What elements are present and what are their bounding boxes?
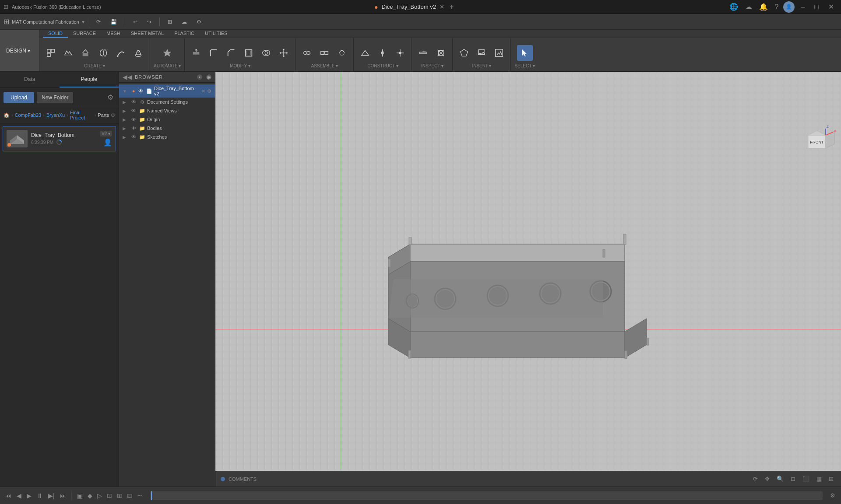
new-component-tool[interactable] <box>43 45 59 61</box>
zoom-btn[interactable]: 🔍 <box>774 474 786 483</box>
breadcrumb-home[interactable]: 🏠 <box>4 112 10 118</box>
insert-mesh-tool[interactable] <box>456 45 472 61</box>
tree-visibility-root[interactable]: 👁 <box>138 88 144 94</box>
tree-visibility-origin[interactable]: 👁 <box>131 117 137 122</box>
tab-mesh[interactable]: MESH <box>101 30 126 38</box>
tree-close-root[interactable]: ✕ <box>201 88 205 94</box>
tl-frame-btn[interactable]: ▣ <box>75 490 84 501</box>
tool-settings-btn[interactable]: ⚙ <box>193 17 205 27</box>
extrude-tool[interactable] <box>78 45 94 61</box>
axis-tool[interactable] <box>375 45 391 61</box>
user-avatar[interactable]: 👤 <box>783 1 795 13</box>
notification-icon[interactable]: 🔔 <box>757 2 770 12</box>
tree-item-bodies[interactable]: ▶ 👁 📁 Bodies <box>119 124 215 133</box>
decal-tool[interactable] <box>474 45 489 61</box>
refresh-btn[interactable]: ⟳ <box>93 17 104 27</box>
view-cube-btn[interactable]: ⬛ <box>800 474 812 483</box>
timeline-settings-btn[interactable]: ⚙ <box>828 491 837 500</box>
fillet-tool[interactable] <box>206 45 222 61</box>
viewport-gizmo[interactable]: FRONT Z X <box>802 124 837 159</box>
tl-param-btn[interactable]: ⊡ <box>105 490 114 501</box>
undo-btn[interactable]: ↩ <box>130 17 141 27</box>
save-btn[interactable]: 💾 <box>107 17 120 27</box>
canvas-tool[interactable] <box>491 45 507 61</box>
browser-collapse-btn[interactable]: ◀◀ <box>123 74 132 80</box>
select-tool[interactable] <box>517 45 533 61</box>
tl-collapse-btn[interactable]: ⊞ <box>115 490 124 501</box>
new-folder-button[interactable]: New Folder <box>37 92 73 103</box>
maximize-btn[interactable]: □ <box>811 2 822 12</box>
browser-options-btn[interactable]: • <box>197 74 202 80</box>
help-icon[interactable]: ? <box>773 2 781 12</box>
brand-chevron[interactable]: ▾ <box>82 19 84 25</box>
pan-btn[interactable]: ✥ <box>763 474 772 483</box>
sketch-tool[interactable] <box>60 45 76 61</box>
move-copy-tool[interactable] <box>276 45 292 61</box>
cross-section-tool[interactable] <box>433 45 449 61</box>
tree-settings-root[interactable]: ⚙ <box>207 88 211 94</box>
revolve-tool[interactable] <box>95 45 111 61</box>
automate-tool[interactable] <box>159 45 175 61</box>
tab-utilities[interactable]: UTILITIES <box>200 30 232 38</box>
tree-item-root[interactable]: ▼ ● 👁 📄 Dice_Tray_Bottom v2 ✕ ⚙ <box>119 84 215 98</box>
motion-link-tool[interactable] <box>334 45 350 61</box>
breadcrumb-settings-icon[interactable]: ⚙ <box>111 112 115 118</box>
tree-visibility-bodies[interactable]: 👁 <box>131 126 137 131</box>
point-tool[interactable] <box>392 45 408 61</box>
timeline-pause-btn[interactable]: ⏸ <box>35 490 45 501</box>
breadcrumb-bryanxu[interactable]: BryanXu <box>46 112 65 118</box>
timeline-end-btn[interactable]: ⏭ <box>58 490 68 501</box>
rigid-group-tool[interactable] <box>317 45 332 61</box>
tree-item-named-views[interactable]: ▶ 👁 📁 Named Views <box>119 106 215 115</box>
tab-solid[interactable]: SOLID <box>43 30 68 38</box>
plane-tool[interactable] <box>357 45 373 61</box>
tl-curve-btn[interactable]: 〰 <box>135 490 145 501</box>
sidebar-tab-data[interactable]: Data <box>0 72 60 88</box>
measure-tool[interactable] <box>415 45 431 61</box>
tl-expand-btn[interactable]: ⊟ <box>125 490 134 501</box>
timeline-next-btn[interactable]: ▶| <box>46 490 56 501</box>
sidebar-tab-people[interactable]: People <box>60 72 119 88</box>
combine-tool[interactable] <box>258 45 274 61</box>
viewport[interactable]: FRONT Z X COMMENTS ⟳ <box>215 72 841 486</box>
breadcrumb-compfab23[interactable]: CompFab23 <box>15 112 42 118</box>
timeline-track[interactable] <box>150 491 823 500</box>
tree-visibility-named-views[interactable]: 👁 <box>131 108 137 113</box>
press-pull-tool[interactable] <box>188 45 204 61</box>
tree-visibility-doc-settings[interactable]: 👁 <box>131 99 137 105</box>
close-doc-icon[interactable]: ✕ <box>440 4 444 10</box>
timeline-start-btn[interactable]: ⏮ <box>4 490 13 501</box>
grid-toggle-btn[interactable]: ⊞ <box>164 17 176 27</box>
network-icon[interactable]: 🌐 <box>727 2 740 12</box>
shell-tool[interactable] <box>241 45 257 61</box>
tree-item-origin[interactable]: ▶ 👁 📁 Origin <box>119 115 215 124</box>
joint-tool[interactable] <box>299 45 315 61</box>
file-item[interactable]: Dice_Tray_Bottom 6:29:39 PM V2 ▾ 👤 <box>3 126 116 151</box>
cloud-upload-icon[interactable]: ☁ <box>743 2 754 12</box>
add-doc-icon[interactable]: + <box>450 3 454 11</box>
minimize-btn[interactable]: – <box>797 2 808 12</box>
fit-btn[interactable]: ⊡ <box>788 474 798 483</box>
tl-key-btn[interactable]: ◆ <box>86 490 94 501</box>
orbit-btn[interactable]: ⟳ <box>751 474 760 483</box>
sweep-tool[interactable] <box>113 45 129 61</box>
display-mode-btn[interactable]: ▦ <box>814 474 824 483</box>
browser-pin-btn[interactable]: ◉ <box>206 74 211 80</box>
sidebar-settings-button[interactable]: ⚙ <box>106 91 115 103</box>
timeline-play-btn[interactable]: ▶ <box>25 490 33 501</box>
breadcrumb-final-project[interactable]: Final Project <box>70 110 93 120</box>
loft-tool[interactable] <box>130 45 146 61</box>
upload-button[interactable]: Upload <box>4 92 34 103</box>
tl-select-btn[interactable]: ▷ <box>95 490 104 501</box>
close-btn[interactable]: ✕ <box>825 2 837 12</box>
redo-btn[interactable]: ↪ <box>144 17 155 27</box>
tab-plastic[interactable]: PLASTIC <box>169 30 200 38</box>
grid-btn[interactable]: ⊞ <box>827 474 836 483</box>
tree-visibility-sketches[interactable]: 👁 <box>131 134 137 140</box>
tab-surface[interactable]: SURFACE <box>68 30 101 38</box>
tab-sheet-metal[interactable]: SHEET METAL <box>126 30 169 38</box>
tree-item-sketches[interactable]: ▶ 👁 📁 Sketches <box>119 133 215 141</box>
design-button[interactable]: DESIGN ▾ <box>0 30 39 71</box>
chamfer-tool[interactable] <box>223 45 239 61</box>
tree-item-doc-settings[interactable]: ▶ 👁 ⚙ Document Settings <box>119 98 215 106</box>
